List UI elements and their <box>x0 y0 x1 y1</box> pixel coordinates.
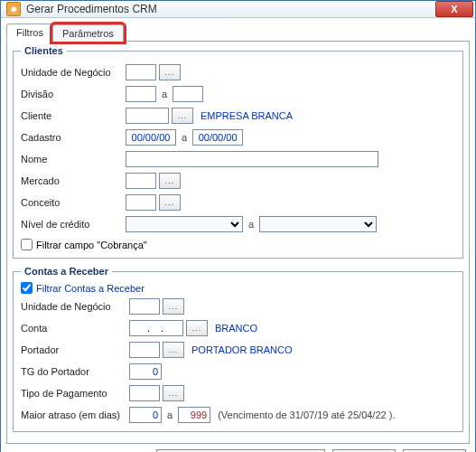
input-conceito[interactable] <box>126 194 156 211</box>
input-mercado[interactable] <box>126 173 156 189</box>
tabpage-filtros: Clientes Unidade de Negócio ... Divisão … <box>6 41 470 444</box>
label-cr-tipo-pag: Tipo de Pagamento <box>21 388 129 399</box>
client-area: Filtros Parâmetros Clientes Unidade de N… <box>1 18 475 452</box>
label-cr-tg: TG do Portador <box>21 366 129 377</box>
lookup-mercado[interactable]: ... <box>159 173 181 189</box>
lookup-cr-portador[interactable]: ... <box>163 342 184 358</box>
label-mercado: Mercado <box>21 175 126 186</box>
lookup-cr-tipo-pag[interactable]: ... <box>163 385 184 401</box>
input-nome[interactable] <box>126 151 378 167</box>
input-cr-atraso-from[interactable] <box>129 407 162 423</box>
label-cr-conta: Conta <box>21 323 129 334</box>
label-cr-atraso: Maior atraso (em dias) <box>21 410 129 420</box>
lookup-unidade-negocio[interactable]: ... <box>159 64 181 80</box>
app-icon: ✸ <box>6 2 21 16</box>
sep-cadastro: a <box>182 132 187 143</box>
lookup-cr-unidade[interactable]: ... <box>163 298 184 315</box>
checkbox-filtrar-contas[interactable] <box>21 282 33 294</box>
text-cr-conta-nome: BRANCO <box>215 323 257 334</box>
dialog-window: ✸ Gerar Procedimentos CRM X Filtros Parâ… <box>0 0 476 452</box>
sep-nivel: a <box>248 219 254 230</box>
hint-cr-atraso: (Vencimento de 31/07/19 até 25/04/22 ). <box>218 410 395 420</box>
label-cr-portador: Portador <box>21 344 129 355</box>
legend-contas: Contas a Receber <box>21 266 112 277</box>
select-nivel-to[interactable] <box>259 216 377 232</box>
input-divisao-to[interactable] <box>173 86 203 102</box>
lookup-cliente[interactable]: ... <box>172 108 193 124</box>
text-cliente-nome: EMPRESA BRANCA <box>201 110 293 121</box>
label-nome: Nome <box>21 154 126 165</box>
close-button[interactable]: X <box>435 1 473 17</box>
input-cr-atraso-to[interactable] <box>178 407 210 423</box>
group-clientes: Clientes Unidade de Negócio ... Divisão … <box>13 45 463 259</box>
text-cr-portador-nome: PORTADOR BRANCO <box>191 344 292 355</box>
label-conceito: Conceito <box>21 197 126 208</box>
input-cr-portador[interactable] <box>129 342 160 358</box>
group-contas-receber: Contas a Receber Filtrar Contas a Recebe… <box>13 266 463 432</box>
label-filtrar-contas[interactable]: Filtrar Contas a Receber <box>36 283 145 294</box>
tab-filtros[interactable]: Filtros <box>6 24 53 42</box>
select-nivel-from[interactable] <box>126 216 243 232</box>
label-cadastro: Cadastro <box>21 132 126 143</box>
label-cr-unidade: Unidade de Negócio <box>21 301 129 312</box>
tab-parametros[interactable]: Parâmetros <box>52 24 124 42</box>
label-unidade-negocio: Unidade de Negócio <box>21 67 126 78</box>
input-cr-conta[interactable] <box>129 320 183 336</box>
footer-buttons: Excluir Procedimentos Pendentes Confirma… <box>6 444 470 452</box>
lookup-conceito[interactable]: ... <box>159 194 181 211</box>
window-title: Gerar Procedimentos CRM <box>26 3 435 15</box>
sep-cr-atraso: a <box>167 410 173 420</box>
sep-divisao: a <box>162 89 167 99</box>
input-cadastro-from[interactable] <box>126 129 176 146</box>
input-unidade-negocio[interactable] <box>126 64 156 80</box>
legend-clientes: Clientes <box>21 45 67 56</box>
input-cliente[interactable] <box>126 108 169 124</box>
checkbox-filtrar-cobranca[interactable] <box>21 239 33 250</box>
input-cr-unidade[interactable] <box>129 298 160 315</box>
label-divisao: Divisão <box>21 89 126 99</box>
tabstrip: Filtros Parâmetros <box>6 22 470 42</box>
label-filtrar-cobranca[interactable]: Filtrar campo "Cobrança" <box>36 240 147 250</box>
label-nivel-credito: Nível de crédito <box>21 219 126 230</box>
input-divisao-from[interactable] <box>126 86 156 102</box>
input-cr-tg[interactable] <box>129 363 162 380</box>
titlebar: ✸ Gerar Procedimentos CRM X <box>1 1 475 18</box>
input-cadastro-to[interactable] <box>192 129 243 146</box>
label-cliente: Cliente <box>21 110 126 121</box>
lookup-cr-conta[interactable]: ... <box>186 320 208 336</box>
input-cr-tipo-pag[interactable] <box>129 385 160 401</box>
